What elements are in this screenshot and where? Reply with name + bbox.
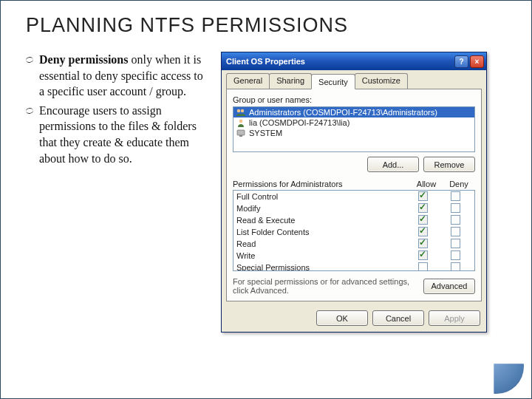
- tab-security[interactable]: Security: [311, 74, 355, 89]
- slide: PLANNING NTFS PERMISSIONS Deny permissio…: [0, 0, 532, 399]
- properties-dialog: Client OS Properties ? × General Sharing…: [221, 52, 487, 332]
- close-button[interactable]: ×: [470, 55, 484, 68]
- permission-row: List Folder Contents: [233, 226, 474, 238]
- dialog-button-bar: OK Cancel Apply: [222, 306, 486, 332]
- permission-row: Special Permissions: [233, 262, 474, 271]
- cancel-button[interactable]: Cancel: [372, 310, 424, 326]
- advanced-button[interactable]: Advanced: [423, 279, 475, 294]
- allow-column-header: Allow: [410, 180, 443, 188]
- dialog-title: Client OS Properties: [226, 57, 305, 66]
- list-item[interactable]: Administrators (COSMDPOI-F24713\Administ…: [233, 107, 474, 117]
- list-item[interactable]: SYSTEM: [233, 128, 474, 138]
- deny-checkbox[interactable]: [451, 262, 460, 272]
- svg-point-1: [241, 109, 244, 112]
- list-item-label: SYSTEM: [249, 129, 282, 137]
- tab-strip: General Sharing Security Customize: [222, 70, 486, 89]
- allow-checkbox[interactable]: [418, 227, 428, 236]
- deny-column-header: Deny: [443, 180, 475, 188]
- advanced-row: For special permissions or for advanced …: [233, 277, 475, 295]
- permission-name: Full Control: [236, 192, 406, 201]
- allow-checkbox[interactable]: [418, 250, 428, 260]
- permission-row: Modify: [233, 202, 474, 214]
- permission-row: Read & Execute: [233, 214, 474, 226]
- content-row: Deny permissions only when it is essenti…: [26, 52, 515, 332]
- permission-name: Read: [236, 239, 406, 248]
- tab-general[interactable]: General: [226, 73, 270, 89]
- allow-checkbox[interactable]: [418, 239, 428, 248]
- bullet-item: Deny permissions only when it is essenti…: [26, 52, 211, 100]
- titlebar-buttons: ? ×: [454, 55, 484, 68]
- tab-sharing[interactable]: Sharing: [269, 73, 312, 89]
- slide-title: PLANNING NTFS PERMISSIONS: [26, 14, 515, 37]
- help-button[interactable]: ?: [454, 55, 468, 68]
- close-icon: ×: [475, 58, 480, 66]
- permission-row: Read: [233, 238, 474, 250]
- allow-checkbox[interactable]: [418, 215, 428, 225]
- allow-checkbox[interactable]: [418, 262, 428, 272]
- allow-checkbox[interactable]: [418, 191, 428, 201]
- system-icon: [236, 129, 246, 137]
- list-item[interactable]: lia (COSMDPOI-F24713\lia): [233, 117, 474, 128]
- deny-checkbox[interactable]: [451, 203, 460, 213]
- decorative-sphere: [469, 339, 524, 394]
- list-item-label: lia (COSMDPOI-F24713\lia): [249, 118, 349, 127]
- add-button[interactable]: Add...: [367, 157, 419, 172]
- permission-name: Special Permissions: [236, 263, 406, 271]
- ok-button[interactable]: OK: [316, 310, 368, 326]
- allow-checkbox[interactable]: [418, 203, 428, 213]
- svg-point-2: [239, 120, 243, 123]
- group-listbox[interactable]: Administrators (COSMDPOI-F24713\Administ…: [233, 106, 475, 152]
- deny-checkbox[interactable]: [451, 191, 460, 201]
- permission-row: Full Control: [233, 191, 474, 202]
- permissions-label: Permissions for Administrators: [233, 180, 410, 188]
- group-button-row: Add... Remove: [233, 157, 475, 172]
- svg-rect-3: [237, 130, 245, 135]
- deny-checkbox[interactable]: [451, 250, 460, 260]
- bullet-list: Deny permissions only when it is essenti…: [26, 52, 211, 332]
- bullet-bold: Deny permissions: [39, 53, 128, 66]
- bullet-text: Encourage users to assign permissions to…: [39, 104, 197, 165]
- permissions-header: Permissions for Administrators Allow Den…: [233, 180, 475, 188]
- deny-checkbox[interactable]: [451, 215, 460, 225]
- svg-point-0: [237, 109, 240, 112]
- group-list-label: Group or user names:: [233, 95, 475, 104]
- remove-button[interactable]: Remove: [423, 157, 475, 172]
- tab-customize[interactable]: Customize: [355, 73, 408, 89]
- help-icon: ?: [459, 58, 463, 66]
- permissions-list[interactable]: Full ControlModifyRead & ExecuteList Fol…: [233, 190, 475, 271]
- user-icon: [236, 118, 246, 127]
- permission-name: Modify: [236, 204, 406, 213]
- permission-name: List Folder Contents: [236, 228, 406, 236]
- apply-button[interactable]: Apply: [429, 310, 480, 326]
- svg-rect-4: [239, 135, 242, 137]
- list-item-label: Administrators (COSMDPOI-F24713\Administ…: [249, 108, 437, 117]
- permission-name: Read & Execute: [236, 216, 406, 225]
- deny-checkbox[interactable]: [451, 227, 460, 236]
- bullet-item: Encourage users to assign permissions to…: [26, 103, 211, 166]
- permission-row: Write: [233, 250, 474, 262]
- dialog-titlebar[interactable]: Client OS Properties ? ×: [222, 52, 486, 70]
- tab-body-security: Group or user names: Administrators (COS…: [226, 89, 482, 301]
- deny-checkbox[interactable]: [451, 239, 460, 248]
- advanced-hint-text: For special permissions or for advanced …: [233, 277, 417, 295]
- users-group-icon: [236, 108, 246, 117]
- permission-name: Write: [236, 251, 406, 260]
